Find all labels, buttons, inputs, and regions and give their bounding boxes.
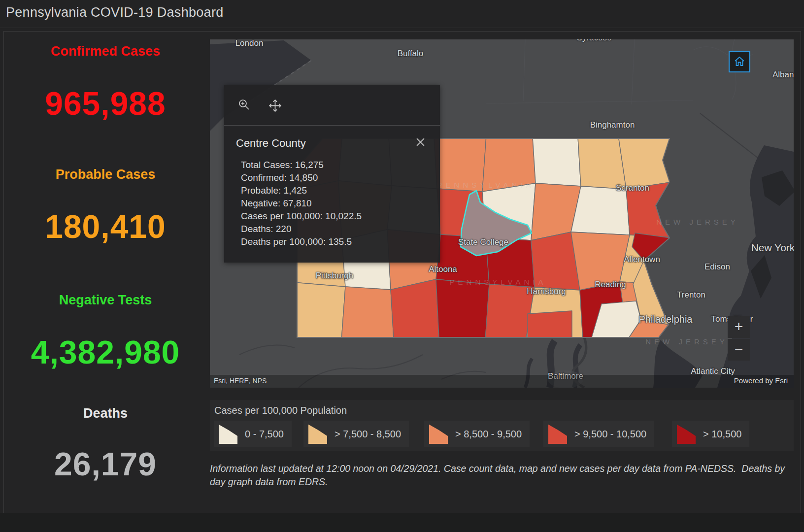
legend-swatch xyxy=(548,424,567,444)
popup-stat-line: Deaths per 100,000: 135.5 xyxy=(241,235,440,248)
county-polygon[interactable] xyxy=(571,186,630,235)
home-icon xyxy=(733,55,746,68)
popup-stat-line: Negative: 67,810 xyxy=(241,197,440,210)
zoom-out-button[interactable]: − xyxy=(728,339,750,361)
last-updated-note: Information last updated at 12:00 noon o… xyxy=(210,462,799,489)
dashboard-panel: Confirmed Cases 965,988 Probable Cases 1… xyxy=(3,31,801,513)
legend-item: > 9,500 - 10,500 xyxy=(543,421,654,447)
confirmed-cases-value: 965,988 xyxy=(4,85,207,122)
popup-stat-line: Total Cases: 16,275 xyxy=(241,159,440,171)
powered-by-esri: Powered by Esri xyxy=(734,376,788,385)
negative-tests-label: Negative Tests xyxy=(4,293,207,308)
county-york[interactable] xyxy=(528,311,572,337)
confirmed-cases-label: Confirmed Cases xyxy=(4,44,207,59)
legend-swatch xyxy=(429,424,448,444)
page-title: Pennsylvania COVID-19 Dashboard xyxy=(0,0,804,20)
legend-item: > 10,500 xyxy=(672,421,749,447)
zoom-in-button[interactable]: + xyxy=(728,316,750,338)
popup-stat-line: Cases per 100,000: 10,022.5 xyxy=(241,210,440,223)
home-button[interactable] xyxy=(729,51,750,72)
legend-swatch xyxy=(219,424,237,444)
title-bar: Pennsylvania COVID-19 Dashboard xyxy=(0,0,804,28)
deaths-value: 26,179 xyxy=(4,445,207,483)
map-canvas[interactable]: PENNSYLVANIAPENNSYLVANIANEW JERSEYNEW JE… xyxy=(210,39,794,388)
popup-toolbar xyxy=(224,85,440,126)
bottom-strip xyxy=(0,513,804,532)
zoom-controls: + − xyxy=(728,316,750,361)
map-attribution: Esri, HERE, NPS xyxy=(214,377,267,385)
legend-title: Cases per 100,000 Population xyxy=(214,405,347,416)
legend-panel: Cases per 100,000 Population 0 - 7,500 >… xyxy=(210,400,794,451)
popup-title: Centre County xyxy=(236,137,306,150)
popup-stats: Total Cases: 16,275Confirmed: 14,850Prob… xyxy=(224,154,440,248)
legend-item: 0 - 7,500 xyxy=(214,421,292,447)
map-attribution-bar: Esri, HERE, NPS Powered by Esri xyxy=(210,375,794,388)
move-icon[interactable] xyxy=(268,99,282,115)
popup-stat-line: Probable: 1,425 xyxy=(241,184,440,197)
legend-swatch xyxy=(677,424,696,444)
popup-stat-line: Deaths: 220 xyxy=(241,223,440,235)
legend-swatch xyxy=(308,424,327,444)
zoom-to-icon[interactable] xyxy=(238,99,251,114)
probable-cases-label: Probable Cases xyxy=(4,167,207,182)
negative-tests-value: 4,382,980 xyxy=(4,333,207,371)
popup-stat-line: Confirmed: 14,850 xyxy=(241,171,440,184)
county-popup: Centre County Total Cases: 16,275Confirm… xyxy=(224,85,440,263)
close-icon[interactable] xyxy=(414,135,427,151)
probable-cases-value: 180,410 xyxy=(4,208,207,245)
legend-item: > 8,500 - 9,500 xyxy=(424,421,530,447)
deaths-label: Deaths xyxy=(4,406,207,421)
legend-item: > 7,500 - 8,500 xyxy=(303,421,409,447)
